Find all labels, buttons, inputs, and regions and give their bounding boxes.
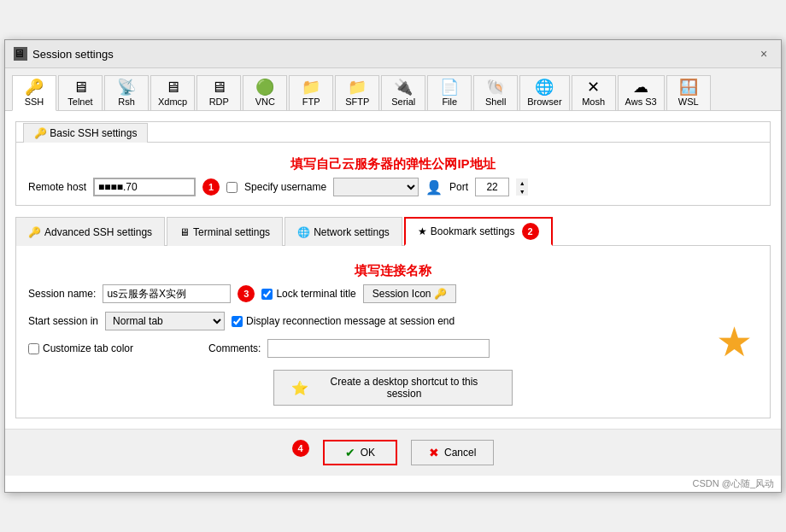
tab-browser[interactable]: 🌐 Browser (519, 75, 569, 110)
cancel-button[interactable]: ✖ Cancel (411, 440, 494, 465)
serial-icon: 🔌 (394, 79, 413, 95)
display-reconnect-label: Display reconnection message at session … (232, 315, 455, 327)
shortcut-label: Create a desktop shortcut to this sessio… (314, 376, 495, 400)
step1-badge: 1 (202, 178, 220, 196)
display-reconnect-checkbox[interactable] (232, 316, 243, 327)
shell-icon: 🐚 (486, 79, 505, 95)
customize-tab-label: Customize tab color (28, 342, 133, 354)
tab-network-settings[interactable]: 🌐 Network settings (284, 217, 402, 246)
tab-aws-s3[interactable]: ☁ Aws S3 (618, 75, 665, 110)
tab-serial[interactable]: 🔌 Serial (381, 75, 425, 110)
ssh-icon: 🔑 (25, 79, 44, 95)
rsh-icon: 📡 (117, 79, 136, 95)
tab-advanced-ssh[interactable]: 🔑 Advanced SSH settings (15, 217, 165, 246)
advanced-ssh-icon: 🔑 (28, 226, 41, 238)
basic-ssh-tab-icon: 🔑 (34, 127, 47, 139)
watermark: CSDN @心随_风动 (5, 476, 781, 492)
bookmark-icon: ★ (418, 225, 427, 237)
create-shortcut-button[interactable]: ⭐ Create a desktop shortcut to this sess… (273, 370, 513, 406)
port-up-button[interactable]: ▲ (516, 178, 528, 187)
cancel-icon: ✖ (429, 446, 439, 459)
tab-telnet[interactable]: 🖥 Telnet (58, 75, 103, 110)
file-icon: 📄 (440, 79, 459, 95)
session-name-label: Session name: (28, 288, 96, 300)
tab-sftp[interactable]: 📁 SFTP (335, 75, 379, 110)
rdp-icon: 🖥 (211, 79, 226, 95)
ftp-icon: 📁 (302, 79, 320, 95)
display-reconnect-text: Display reconnection message at session … (246, 315, 455, 327)
dialog-title: Session settings (32, 48, 114, 61)
protocol-tabs: 🔑 SSH 🖥 Telnet 📡 Rsh 🖥 Xdmcp 🖥 RDP 🟢 VNC… (5, 68, 781, 111)
sub-tabs: 🔑 Advanced SSH settings 🖥 Terminal setti… (15, 216, 771, 246)
telnet-icon: 🖥 (73, 79, 88, 95)
tab-wsl[interactable]: 🪟 WSL (666, 75, 711, 110)
port-down-button[interactable]: ▼ (516, 187, 528, 196)
tab-rdp[interactable]: 🖥 RDP (196, 75, 241, 110)
sftp-icon: 📁 (348, 79, 367, 95)
tab-ftp[interactable]: 📁 FTP (289, 75, 333, 110)
session-settings-dialog: 🖥 Session settings × 🔑 SSH 🖥 Telnet 📡 Rs… (4, 39, 782, 493)
star-icon: ⭐ (291, 380, 308, 396)
port-spinner: ▲ ▼ (516, 178, 528, 196)
comments-input[interactable] (267, 339, 490, 358)
annotation-name: 填写连接名称 (28, 263, 758, 279)
session-icon-label: Session Icon (372, 288, 431, 300)
start-session-row: Start session in Normal tab Display reco… (28, 312, 758, 330)
comments-label: Comments: (208, 342, 261, 354)
basic-ssh-tab-label: Basic SSH settings (50, 127, 137, 139)
title-bar-left: 🖥 Session settings (14, 47, 114, 61)
tab-mosh[interactable]: ✕ Mosh (572, 75, 616, 110)
customize-tab-checkbox[interactable] (28, 343, 39, 354)
specify-username-checkbox[interactable] (226, 182, 238, 193)
tab-terminal-settings[interactable]: 🖥 Terminal settings (167, 217, 283, 246)
tab-shell[interactable]: 🐚 Shell (473, 75, 518, 110)
step3-badge: 3 (238, 285, 255, 302)
customize-tab-text: Customize tab color (43, 342, 133, 354)
remote-host-row: Remote host 1 Specify username 👤 Port ▲ … (28, 178, 758, 196)
session-name-row: Session name: 3 Lock terminal title Sess… (28, 284, 758, 303)
session-icon-button[interactable]: Session Icon 🔑 (363, 284, 457, 303)
port-input[interactable] (475, 178, 509, 196)
tab-xdmcp[interactable]: 🖥 Xdmcp (150, 75, 195, 110)
bottom-bar: 4 ✔ OK ✖ Cancel (5, 429, 781, 476)
terminal-label: Terminal settings (193, 226, 270, 238)
username-select[interactable] (333, 178, 419, 196)
browser-icon: 🌐 (535, 79, 554, 95)
ok-label: OK (361, 447, 375, 459)
tab-bookmark-settings[interactable]: ★ Bookmark settings 2 (404, 217, 553, 246)
session-icon-img: 🔑 (434, 288, 447, 300)
user-icon: 👤 (425, 179, 443, 196)
aws-s3-icon: ☁ (633, 79, 648, 95)
step4-badge: 4 (292, 440, 309, 457)
remote-host-input[interactable] (93, 178, 196, 196)
mosh-icon: ✕ (587, 79, 600, 95)
basic-ssh-tab[interactable]: 🔑 Basic SSH settings (23, 123, 148, 143)
tab-ssh[interactable]: 🔑 SSH (12, 75, 56, 111)
customize-tab-row: Customize tab color Comments: (28, 339, 758, 358)
tab-file[interactable]: 📄 File (427, 75, 472, 110)
basic-ssh-panel: 🔑 Basic SSH settings 填写自己云服务器的弹性公网IP地址 R… (15, 121, 771, 206)
vnc-icon: 🟢 (255, 79, 274, 95)
remote-host-label: Remote host (28, 181, 86, 193)
annotation-ip: 填写自己云服务器的弹性公网IP地址 (28, 156, 758, 172)
ok-icon: ✔ (345, 446, 355, 459)
xdmcp-icon: 🖥 (165, 79, 180, 95)
wsl-icon: 🪟 (679, 79, 698, 95)
dialog-icon: 🖥 (14, 47, 27, 61)
specify-username-label: Specify username (244, 181, 326, 193)
step2-badge: 2 (522, 223, 539, 240)
cancel-label: Cancel (444, 447, 476, 459)
basic-ssh-panel-body: 填写自己云服务器的弹性公网IP地址 Remote host 1 Specify … (16, 142, 770, 205)
lock-terminal-checkbox[interactable] (261, 289, 273, 300)
terminal-icon: 🖥 (179, 226, 190, 238)
start-session-select[interactable]: Normal tab (105, 312, 225, 330)
close-button[interactable]: × (755, 45, 772, 62)
lock-terminal-text: Lock terminal title (276, 288, 355, 300)
ok-button[interactable]: ✔ OK (323, 440, 397, 465)
title-bar: 🖥 Session settings × (5, 40, 781, 68)
session-name-input[interactable] (103, 284, 231, 303)
tab-rsh[interactable]: 📡 Rsh (104, 75, 149, 110)
tab-vnc[interactable]: 🟢 VNC (243, 75, 287, 110)
port-label: Port (449, 181, 468, 193)
start-session-label: Start session in (28, 315, 98, 327)
